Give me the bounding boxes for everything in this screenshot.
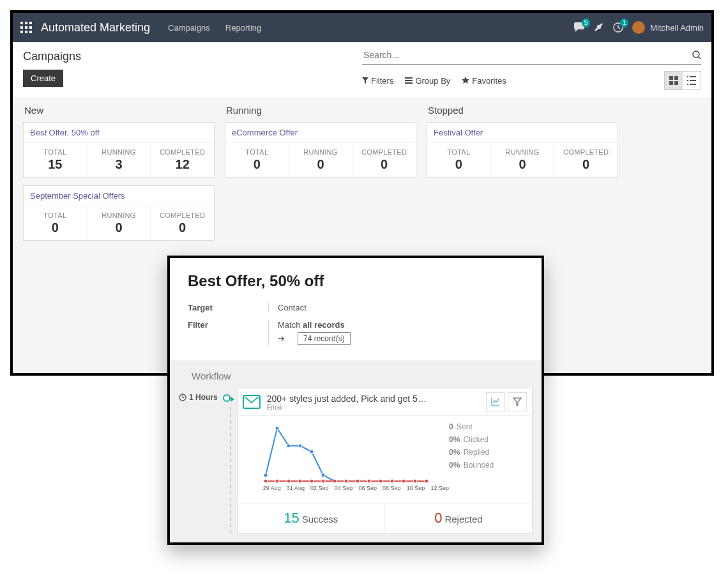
- svg-line-11: [699, 57, 701, 59]
- svg-rect-19: [687, 76, 688, 77]
- svg-rect-23: [687, 84, 688, 85]
- svg-rect-21: [687, 80, 688, 81]
- target-label: Target: [188, 303, 271, 312]
- total-value: 0: [430, 157, 488, 172]
- total-label: TOTAL: [26, 148, 84, 156]
- svg-rect-1: [25, 22, 27, 24]
- create-button[interactable]: Create: [23, 70, 63, 87]
- svg-rect-4: [25, 26, 27, 29]
- search-input[interactable]: [362, 47, 692, 63]
- records-button[interactable]: 74 record(s): [298, 332, 351, 345]
- completed-value: 0: [153, 220, 211, 235]
- svg-rect-6: [20, 31, 23, 33]
- column-title: Stopped: [427, 105, 618, 116]
- total-value: 0: [26, 220, 84, 235]
- svg-rect-2: [29, 22, 32, 24]
- page-title: Campaigns: [23, 50, 362, 63]
- svg-rect-22: [690, 80, 696, 81]
- messages-icon[interactable]: 5: [573, 22, 585, 33]
- menu-reporting[interactable]: Reporting: [225, 23, 261, 33]
- list-view-button[interactable]: [683, 72, 701, 89]
- total-label: TOTAL: [26, 211, 84, 219]
- campaign-detail-popup: Best Offer, 50% off Target Contact Filte…: [167, 256, 544, 386]
- card-title[interactable]: Festival Offer: [427, 123, 618, 143]
- svg-rect-15: [669, 76, 673, 80]
- svg-rect-14: [405, 82, 413, 84]
- card-title[interactable]: Best Offer, 50% off: [24, 123, 214, 143]
- filter-value: Match all records ➔74 record(s): [268, 320, 351, 345]
- svg-rect-5: [29, 26, 32, 29]
- completed-label: COMPLETED: [355, 148, 413, 156]
- completed-value: 0: [355, 157, 413, 172]
- running-label: RUNNING: [90, 211, 148, 219]
- workflow-section: Workflow 1 Hours 200+ styles just added,…: [170, 360, 542, 386]
- total-label: TOTAL: [228, 148, 286, 156]
- menu-campaigns[interactable]: Campaigns: [168, 23, 210, 33]
- svg-rect-12: [405, 77, 413, 79]
- running-label: RUNNING: [90, 148, 148, 156]
- completed-label: COMPLETED: [557, 148, 615, 156]
- filter-bold: all records: [303, 320, 345, 330]
- svg-point-10: [693, 51, 699, 57]
- app-name[interactable]: Automated Marketing: [41, 21, 150, 34]
- svg-rect-17: [669, 81, 673, 85]
- avatar[interactable]: [632, 21, 645, 34]
- detail-title: Best Offer, 50% off: [188, 272, 524, 290]
- svg-rect-0: [20, 22, 23, 24]
- running-label: RUNNING: [292, 148, 350, 156]
- kanban-card[interactable]: Best Offer, 50% offTOTAL15RUNNING3COMPLE…: [23, 122, 215, 178]
- svg-rect-20: [690, 76, 696, 77]
- control-panel: Campaigns Create Filters Group By: [13, 42, 711, 98]
- running-value: 0: [292, 157, 350, 172]
- target-value: Contact: [268, 303, 307, 312]
- kanban-card[interactable]: September Special OffersTOTAL0RUNNING0CO…: [23, 185, 215, 241]
- running-value: 3: [90, 157, 148, 172]
- search-icon[interactable]: [692, 50, 701, 59]
- favorites-label: Favorites: [472, 76, 506, 86]
- username[interactable]: Mitchell Admin: [650, 23, 704, 33]
- svg-rect-13: [405, 80, 413, 81]
- filter-prefix: Match: [278, 320, 303, 330]
- filters-label: Filters: [371, 76, 393, 86]
- favorites-button[interactable]: Favorites: [462, 76, 506, 86]
- filters-button[interactable]: Filters: [362, 76, 393, 86]
- kanban-card[interactable]: eCommerce OfferTOTAL0RUNNING0COMPLETED0: [225, 122, 416, 178]
- svg-rect-3: [20, 26, 23, 29]
- view-switcher: [664, 71, 701, 90]
- running-value: 0: [90, 220, 148, 235]
- svg-rect-18: [674, 81, 678, 85]
- filter-label: Filter: [188, 320, 271, 345]
- card-title[interactable]: September Special Offers: [24, 186, 214, 206]
- svg-rect-24: [690, 84, 696, 85]
- groupby-button[interactable]: Group By: [405, 76, 450, 86]
- groupby-label: Group By: [415, 76, 450, 86]
- topbar: Automated Marketing Campaigns Reporting …: [13, 13, 711, 42]
- dev-icon[interactable]: [594, 22, 604, 33]
- apps-icon[interactable]: [20, 22, 32, 33]
- total-value: 0: [228, 157, 286, 172]
- activities-badge: 1: [620, 19, 629, 27]
- svg-rect-16: [674, 76, 678, 80]
- arrow-right-icon: ➔: [278, 334, 285, 343]
- svg-rect-8: [29, 31, 32, 33]
- card-title[interactable]: eCommerce Offer: [225, 123, 416, 143]
- column-title: Running: [225, 105, 416, 116]
- svg-rect-7: [25, 31, 27, 33]
- kanban-card[interactable]: Festival OfferTOTAL0RUNNING0COMPLETED0: [427, 122, 618, 178]
- messages-badge: 5: [582, 19, 591, 27]
- running-label: RUNNING: [494, 148, 552, 156]
- completed-value: 0: [557, 157, 615, 172]
- total-label: TOTAL: [430, 148, 488, 156]
- completed-value: 12: [153, 157, 211, 172]
- workflow-heading: Workflow: [192, 371, 533, 381]
- total-value: 15: [26, 157, 84, 172]
- running-value: 0: [494, 157, 552, 172]
- completed-label: COMPLETED: [153, 148, 211, 156]
- completed-label: COMPLETED: [153, 211, 211, 219]
- activities-icon[interactable]: 1: [613, 22, 623, 33]
- column-title: New: [23, 105, 215, 116]
- kanban-view-button[interactable]: [665, 72, 683, 89]
